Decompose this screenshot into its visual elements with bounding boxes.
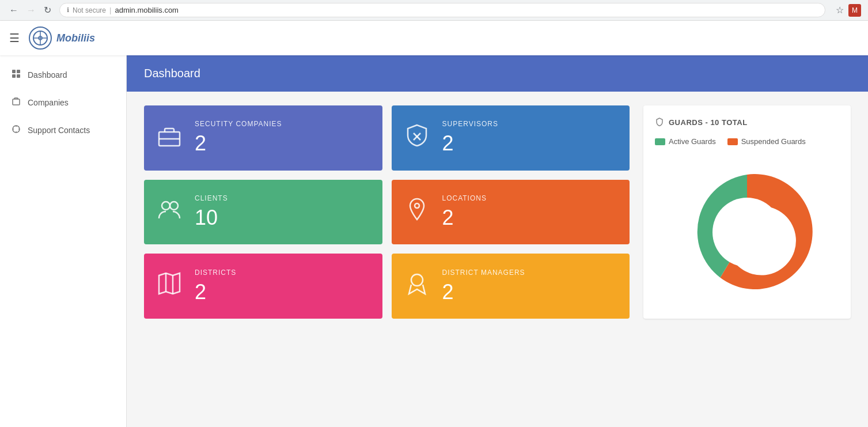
district-managers-label: DISTRICT MANAGERS (442, 269, 525, 277)
clients-value: 10 (195, 206, 228, 230)
sidebar-item-support-contacts[interactable]: Support Contacts (0, 116, 126, 144)
chart-title: GUARDS - 10 TOTAL (655, 117, 839, 128)
cards-grid: SECUTITY COMPANIES 2 SUPERVISORS (144, 105, 630, 319)
shield-x-icon (403, 122, 431, 154)
star-button[interactable]: ☆ (836, 4, 844, 17)
lock-icon: ℹ (67, 6, 69, 14)
svg-rect-6 (12, 74, 16, 78)
logo-container: Mobiliis (29, 27, 95, 50)
districts-content: DISTRICTS 2 (195, 269, 236, 304)
active-guards-legend-dot (655, 138, 665, 145)
locations-content: LOCATIONS 2 (442, 194, 487, 230)
menu-icon[interactable]: ☰ (9, 31, 20, 45)
location-icon (403, 195, 431, 228)
browser-actions: ☆ M (836, 4, 861, 17)
reload-button[interactable]: ↻ (41, 2, 54, 18)
dashboard-icon (12, 69, 21, 81)
divider: | (109, 6, 111, 14)
forward-button[interactable]: → (24, 3, 38, 18)
chart-shield-icon (655, 117, 664, 128)
supervisors-value: 2 (442, 131, 498, 156)
award-icon (403, 270, 431, 303)
sidebar: Dashboard Companies Support Contacts (0, 55, 127, 427)
svg-rect-5 (17, 70, 20, 73)
clients-label: CLIENTS (195, 194, 228, 202)
donut-chart-container (655, 157, 839, 307)
not-secure-label: Not secure (73, 6, 106, 14)
sidebar-item-companies[interactable]: Companies (0, 89, 126, 116)
back-button[interactable]: ← (7, 3, 21, 18)
card-clients[interactable]: CLIENTS 10 (144, 180, 382, 245)
logo-text: Mobiliis (56, 32, 95, 44)
content-area: Dashboard SECUTITY COMPANIES (127, 55, 868, 427)
chart-legend: Active Guards Suspended Guards (655, 137, 839, 146)
logo-circle (29, 27, 52, 50)
svg-rect-8 (13, 99, 20, 105)
donut-hole (712, 198, 782, 267)
chart-title-text: GUARDS - 10 TOTAL (669, 118, 748, 127)
profile-button[interactable]: M (848, 4, 861, 17)
locations-value: 2 (442, 206, 487, 230)
security-companies-value: 2 (195, 131, 282, 156)
sidebar-companies-label: Companies (28, 98, 69, 107)
address-bar[interactable]: ℹ Not secure | admin.mobiliis.com (59, 3, 825, 17)
map-icon (156, 270, 183, 303)
svg-rect-7 (17, 74, 20, 78)
main-layout: Dashboard Companies Support Contacts Das… (0, 55, 868, 427)
sidebar-dashboard-label: Dashboard (28, 70, 67, 80)
svg-point-18 (162, 202, 170, 210)
svg-point-19 (170, 202, 178, 210)
svg-point-24 (411, 274, 423, 286)
donut-chart-svg (672, 157, 822, 307)
page-header: Dashboard (127, 55, 868, 92)
clients-icon (156, 195, 183, 228)
dashboard-body: SECUTITY COMPANIES 2 SUPERVISORS (127, 92, 868, 332)
sidebar-support-label: Support Contacts (28, 126, 90, 135)
legend-active: Active Guards (655, 137, 716, 146)
briefcase-icon (156, 122, 183, 154)
card-district-managers[interactable]: DISTRICT MANAGERS 2 (392, 254, 630, 319)
suspended-guards-legend-label: Suspended Guards (741, 137, 806, 146)
security-companies-content: SECUTITY COMPANIES 2 (195, 120, 282, 156)
supervisors-label: SUPERVISORS (442, 120, 498, 128)
district-managers-content: DISTRICT MANAGERS 2 (442, 269, 525, 304)
chart-panel: GUARDS - 10 TOTAL Active Guards Suspende… (643, 105, 851, 319)
url-text: admin.mobiliis.com (115, 6, 179, 14)
suspended-guards-legend-dot (727, 138, 738, 145)
clients-content: CLIENTS 10 (195, 194, 228, 230)
logo-svg (31, 29, 50, 47)
card-supervisors[interactable]: SUPERVISORS 2 (392, 105, 630, 171)
browser-chrome: ← → ↻ ℹ Not secure | admin.mobiliis.com … (0, 0, 868, 21)
locations-label: LOCATIONS (442, 194, 487, 202)
svg-point-20 (415, 203, 419, 208)
districts-label: DISTRICTS (195, 269, 236, 277)
app-header: ☰ Mobiliis (0, 21, 868, 55)
card-districts[interactable]: DISTRICTS 2 (144, 254, 382, 319)
card-security-companies[interactable]: SECUTITY COMPANIES 2 (144, 105, 382, 171)
companies-icon (12, 97, 21, 108)
legend-suspended: Suspended Guards (727, 137, 806, 146)
district-managers-value: 2 (442, 280, 525, 304)
support-contacts-icon (12, 124, 21, 136)
svg-marker-21 (159, 273, 180, 294)
card-locations[interactable]: LOCATIONS 2 (392, 180, 630, 245)
security-companies-label: SECUTITY COMPANIES (195, 120, 282, 128)
sidebar-item-dashboard[interactable]: Dashboard (0, 61, 126, 89)
svg-rect-4 (12, 70, 16, 73)
districts-value: 2 (195, 280, 236, 304)
browser-nav: ← → ↻ (7, 2, 54, 18)
supervisors-content: SUPERVISORS 2 (442, 120, 498, 156)
page-title: Dashboard (144, 67, 200, 80)
active-guards-legend-label: Active Guards (669, 137, 716, 146)
